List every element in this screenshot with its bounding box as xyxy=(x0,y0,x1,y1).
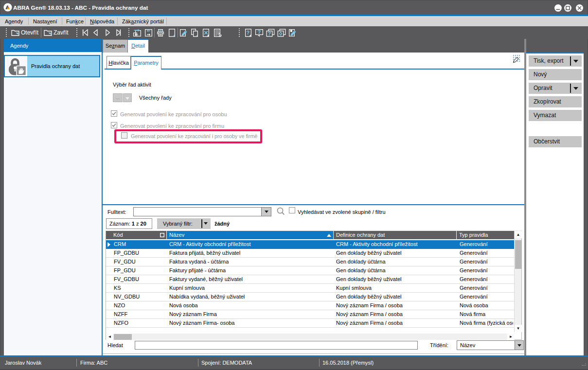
svg-text:?: ? xyxy=(247,30,250,35)
svg-text:?: ? xyxy=(268,31,271,36)
svg-text:?: ? xyxy=(257,29,261,35)
